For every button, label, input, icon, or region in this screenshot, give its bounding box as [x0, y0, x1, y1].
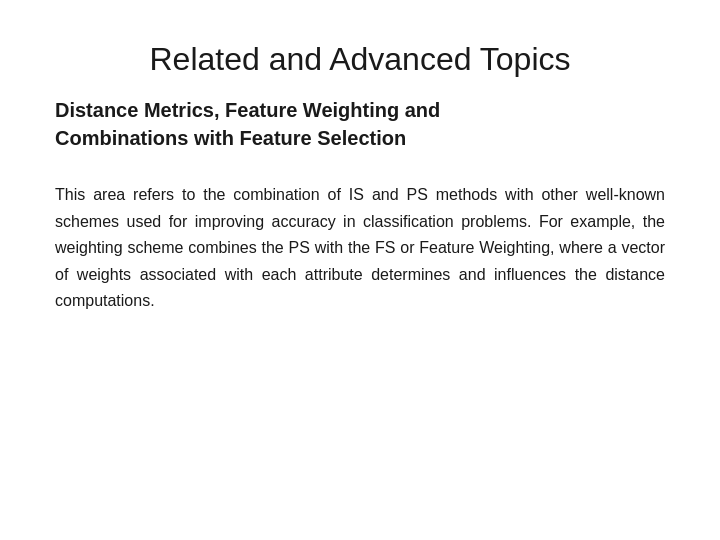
slide-title: Related and Advanced Topics	[55, 40, 665, 78]
slide-subtitle: Distance Metrics, Feature Weighting and …	[55, 96, 665, 152]
body-paragraph: This area refers to the combination of I…	[55, 182, 665, 314]
subtitle-line2: Combinations with Feature Selection	[55, 124, 665, 152]
slide-container: Related and Advanced Topics Distance Met…	[0, 0, 720, 540]
subtitle-line1: Distance Metrics, Feature Weighting and	[55, 96, 665, 124]
